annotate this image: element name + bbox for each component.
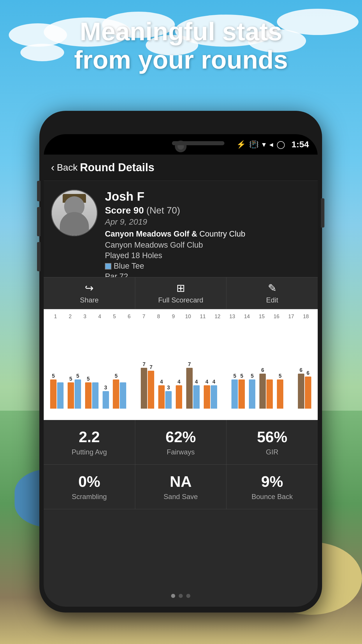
status-icons: ⚡ 📳 ▾ ◂ ◯ 1:54 [236, 139, 309, 149]
hole-label-3: 3 [79, 314, 91, 320]
tee-label: Blue Tee [114, 262, 144, 271]
status-time: 1:54 [291, 139, 309, 149]
bar-orange-1: 5 [50, 379, 57, 409]
bar-blue-14: 5 [249, 379, 255, 409]
bar-blue-13: 5 [231, 379, 238, 409]
course-detail: Canyon Meadows Golf Club [105, 241, 310, 250]
stats-row-1: 2.2 Putting Avg 62% Fairways 56% GIR [44, 420, 318, 465]
profile-section: Josh F Score 90 (Net 70) Apr 9, 2019 Can… [44, 181, 318, 290]
scrambling-value: 0% [48, 473, 131, 490]
scorecard-label: Full Scorecard [158, 296, 203, 304]
sand-save-cell: NA Sand Save [135, 465, 227, 509]
bar-group-2: 5 5 [68, 379, 81, 409]
hole-label-4: 4 [94, 314, 106, 320]
stats-row-2: 0% Scrambling NA Sand Save 9% Bounce Bac… [44, 465, 318, 509]
bar-blue-5 [120, 382, 126, 409]
bar-group-14: 5 [249, 379, 255, 409]
signal-icon: ◂ [269, 140, 273, 149]
avatar [51, 190, 98, 236]
fairways-value: 62% [140, 428, 222, 446]
share-label: Share [80, 296, 99, 304]
bar-orange-9: 4 [176, 385, 182, 409]
hole-label-5: 5 [108, 314, 120, 320]
hole-label-2: 2 [64, 314, 76, 320]
bar-group-10: 7 4 [186, 368, 200, 409]
bar-group-8: 4 3 [158, 385, 172, 409]
score-net: (Net 70) [146, 205, 180, 216]
hole-label-18: 18 [300, 314, 312, 320]
bar-group-6 [130, 406, 137, 409]
dot-1 [171, 594, 175, 598]
bar-blue-8: 3 [165, 391, 172, 409]
bar-group-16: 5 [277, 379, 283, 409]
tee-color-box [105, 263, 111, 270]
hole-label-11: 11 [197, 314, 209, 320]
bar-orange-2: 5 [68, 382, 74, 409]
back-chevron-icon: ‹ [51, 162, 55, 174]
putting-avg-value: 2.2 [48, 428, 131, 446]
bar-orange-15 [266, 379, 273, 409]
bar-group-4: 3 [103, 391, 109, 409]
hole-label-17: 17 [285, 314, 297, 320]
hole-label-12: 12 [212, 314, 223, 320]
vibrate-icon: 📳 [249, 140, 259, 149]
bar-empty-12 [221, 406, 228, 409]
bar-orange-5: 5 [113, 379, 119, 409]
fairways-cell: 62% Fairways [135, 420, 227, 464]
bar-blue-4: 3 [103, 391, 109, 409]
bar-orange-13: 5 [238, 379, 245, 409]
hero-title-line1: Meaningful stats [17, 18, 345, 46]
back-button[interactable]: ‹ Back [51, 162, 78, 174]
volume-up-button [37, 207, 41, 236]
avatar-image [52, 190, 97, 235]
bar-blue-10: 4 [193, 385, 200, 409]
bar-group-11: 4 4 [204, 385, 217, 409]
bar-blue-1 [57, 382, 64, 409]
edit-button[interactable]: ✎ Edit [226, 277, 318, 309]
bar-group-15: 6 [259, 374, 273, 409]
scrambling-cell: 0% Scrambling [44, 465, 135, 509]
chart-bars: 5 5 5 5 3 [48, 321, 313, 409]
bar-brown-10: 7 [186, 368, 193, 409]
wifi-icon: ▾ [262, 140, 266, 149]
bluetooth-icon: ⚡ [236, 140, 246, 149]
share-button[interactable]: ↪ Share [44, 277, 135, 309]
bounce-back-label: Bounce Back [231, 493, 313, 501]
edit-label: Edit [266, 296, 278, 304]
holes-played: Played 18 Holes [105, 251, 310, 260]
player-name: Josh F [105, 190, 310, 204]
share-icon: ↪ [85, 282, 94, 294]
bar-brown-15: 6 [259, 374, 266, 409]
full-scorecard-button[interactable]: ⊞ Full Scorecard [135, 277, 227, 309]
profile-info: Josh F Score 90 (Net 70) Apr 9, 2019 Can… [105, 190, 310, 281]
bar-orange-18: 6 [305, 377, 311, 409]
bar-blue-11: 4 [211, 385, 217, 409]
earpiece-speaker [172, 141, 224, 145]
bar-orange-7: 7 [148, 371, 154, 409]
hole-label-14: 14 [241, 314, 253, 320]
phone-inner: ⚡ 📳 ▾ ◂ ◯ 1:54 ‹ Back Round Details [44, 134, 318, 607]
bounce-back-cell: 9% Bounce Back [226, 465, 318, 509]
bar-blue-2: 5 [75, 379, 81, 409]
bar-empty-6 [130, 406, 137, 409]
nav-title: Round Details [80, 161, 154, 174]
edit-icon: ✎ [268, 282, 277, 294]
hole-label-16: 16 [270, 314, 282, 320]
bar-group-9: 4 [176, 385, 182, 409]
hole-label-10: 10 [182, 314, 194, 320]
bar-orange-8: 4 [158, 385, 165, 409]
bar-empty-17 [287, 406, 294, 409]
gir-label: GIR [231, 448, 313, 456]
scorecard-icon: ⊞ [176, 282, 185, 294]
hole-label-7: 7 [138, 314, 150, 320]
avatar-body [60, 212, 89, 235]
nav-bar: ‹ Back Round Details [44, 155, 318, 181]
bar-group-12 [221, 406, 228, 409]
bar-orange-16: 5 [277, 379, 283, 409]
round-date: Apr 9, 2019 [105, 217, 310, 227]
fairways-label: Fairways [140, 448, 222, 456]
bar-orange-3: 5 [85, 382, 92, 409]
hole-label-6: 6 [123, 314, 135, 320]
score-line: Score 90 (Net 70) [105, 205, 310, 216]
bounce-back-value: 9% [231, 473, 313, 490]
